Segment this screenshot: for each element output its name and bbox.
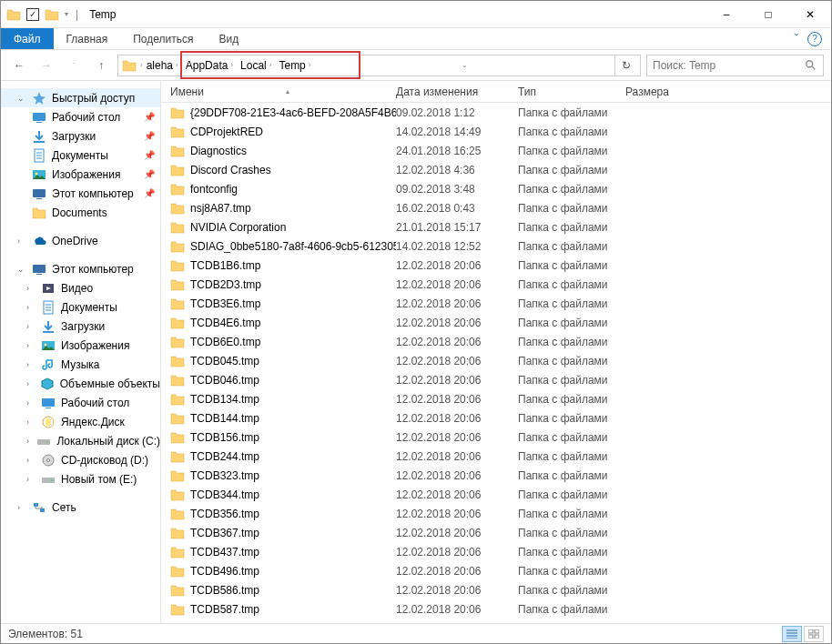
- file-row[interactable]: SDIAG_0bbe5180-7a8f-4606-9cb5-612305...1…: [161, 236, 831, 256]
- chevron-down-icon[interactable]: ⌄: [17, 265, 26, 274]
- file-row[interactable]: fontconfig09.02.2018 3:48Папка с файлами: [161, 179, 831, 198]
- minimize-button[interactable]: –: [705, 1, 747, 28]
- address-bar[interactable]: › aleha› AppData› Local› Temp› ⌄ ↻: [117, 55, 641, 76]
- sidebar-quick-access[interactable]: ⌄ Быстрый доступ: [1, 88, 160, 107]
- ribbon-tab-home[interactable]: Главная: [54, 28, 121, 49]
- chevron-right-icon[interactable]: ›: [26, 418, 36, 427]
- sidebar-thispc-item[interactable]: ›Рабочий стол: [1, 393, 160, 412]
- col-header-date[interactable]: Дата изменения: [396, 86, 518, 98]
- file-row[interactable]: TCDB6E0.tmp12.02.2018 20:06Папка с файла…: [161, 332, 831, 351]
- file-row[interactable]: TCDB323.tmp12.02.2018 20:06Папка с файла…: [161, 466, 831, 485]
- sidebar-thispc-item[interactable]: ›Документы: [1, 297, 160, 317]
- file-row[interactable]: {29DDF708-21E3-4ac6-BEFD-208A5F4B6B...09…: [161, 103, 831, 122]
- sidebar-thispc-item[interactable]: ›Видео: [1, 278, 160, 297]
- close-button[interactable]: ✕: [789, 1, 831, 28]
- col-header-name[interactable]: Имени▴: [170, 86, 396, 98]
- sidebar-thispc-item[interactable]: ›CD-дисковод (D:): [1, 450, 160, 469]
- file-row[interactable]: CDProjektRED14.02.2018 14:49Папка с файл…: [161, 122, 831, 141]
- sidebar-network[interactable]: › Сеть: [1, 498, 160, 517]
- file-row[interactable]: Diagnostics24.01.2018 16:25Папка с файла…: [161, 141, 831, 160]
- sidebar-quick-item[interactable]: Изображения📌: [1, 165, 160, 184]
- chevron-right-icon[interactable]: ›: [26, 379, 35, 388]
- file-row[interactable]: TCDB344.tmp12.02.2018 20:06Папка с файла…: [161, 485, 831, 504]
- file-row[interactable]: TCDB046.tmp12.02.2018 20:06Папка с файла…: [161, 370, 831, 389]
- chevron-right-icon[interactable]: ›: [26, 284, 36, 293]
- sidebar-thispc-item[interactable]: ›Музыка: [1, 355, 160, 374]
- breadcrumb-seg-0[interactable]: aleha›: [143, 59, 182, 72]
- file-row[interactable]: TCDB496.tmp12.02.2018 20:06Папка с файла…: [161, 561, 831, 580]
- nav-back-button[interactable]: ←: [8, 55, 30, 76]
- col-header-size[interactable]: Размера: [625, 86, 698, 98]
- breadcrumb-seg-3[interactable]: Temp›: [275, 59, 314, 72]
- qat-folder-icon[interactable]: [45, 7, 59, 22]
- sidebar-quick-item[interactable]: Documents: [1, 203, 160, 222]
- file-row[interactable]: TCDB437.tmp12.02.2018 20:06Папка с файла…: [161, 542, 831, 561]
- file-row[interactable]: TCDB367.tmp12.02.2018 20:06Папка с файла…: [161, 523, 831, 542]
- sidebar-quick-item[interactable]: Этот компьютер📌: [1, 184, 160, 203]
- chevron-right-icon[interactable]: ›: [26, 437, 31, 446]
- chevron-right-icon[interactable]: ›: [26, 322, 36, 331]
- view-large-button[interactable]: [804, 626, 824, 642]
- nav-forward-button[interactable]: →: [36, 55, 57, 76]
- sidebar-thispc-item[interactable]: ›Новый том (E:): [1, 469, 160, 488]
- file-row[interactable]: TCDB156.tmp12.02.2018 20:06Папка с файла…: [161, 428, 831, 447]
- file-row[interactable]: TCDB3E6.tmp12.02.2018 20:06Папка с файла…: [161, 294, 831, 313]
- folder-icon: [170, 411, 185, 426]
- sidebar-quick-item[interactable]: Загрузки📌: [1, 126, 160, 146]
- ribbon-tab-share[interactable]: Поделиться: [120, 28, 206, 49]
- svg-rect-18: [808, 635, 813, 639]
- file-row[interactable]: TCDB586.tmp12.02.2018 20:06Папка с файла…: [161, 580, 831, 599]
- file-row[interactable]: TCDB2D3.tmp12.02.2018 20:06Папка с файла…: [161, 275, 831, 294]
- ribbon-expand-icon[interactable]: ˇ: [795, 33, 798, 45]
- view-details-button[interactable]: [782, 626, 802, 642]
- refresh-button[interactable]: ↻: [614, 55, 636, 75]
- file-row[interactable]: TCDB144.tmp12.02.2018 20:06Папка с файла…: [161, 408, 831, 428]
- ribbon-tab-view[interactable]: Вид: [206, 28, 251, 49]
- chevron-right-icon[interactable]: ›: [26, 456, 36, 465]
- chevron-down-icon[interactable]: ⌄: [17, 94, 26, 103]
- file-row[interactable]: Discord Crashes12.02.2018 4:36Папка с фа…: [161, 160, 831, 179]
- sidebar-thispc-item[interactable]: ›Локальный диск (C:): [1, 431, 160, 450]
- file-row[interactable]: TCDB134.tmp12.02.2018 20:06Папка с файла…: [161, 389, 831, 408]
- nav-recent-button[interactable]: ˇ: [63, 55, 85, 76]
- ribbon-tab-file[interactable]: Файл: [1, 28, 54, 49]
- col-header-type[interactable]: Тип: [518, 86, 625, 98]
- chevron-right-icon[interactable]: ›: [26, 360, 36, 369]
- sidebar-onedrive[interactable]: › OneDrive: [1, 231, 160, 250]
- breadcrumb-seg-2[interactable]: Local›: [237, 59, 275, 72]
- file-row[interactable]: NVIDIA Corporation21.01.2018 15:17Папка …: [161, 217, 831, 236]
- file-name: TCDB2D3.tmp: [190, 278, 261, 291]
- file-row[interactable]: nsj8A87.tmp16.02.2018 0:43Папка с файлам…: [161, 198, 831, 217]
- qat-checkbox-icon[interactable]: ✓: [26, 8, 39, 21]
- file-date: 14.02.2018 12:52: [396, 240, 518, 253]
- maximize-button[interactable]: □: [747, 1, 789, 28]
- file-list[interactable]: {29DDF708-21E3-4ac6-BEFD-208A5F4B6B...09…: [161, 103, 831, 623]
- chevron-right-icon[interactable]: ›: [17, 503, 26, 512]
- file-row[interactable]: TCDB356.tmp12.02.2018 20:06Папка с файла…: [161, 504, 831, 523]
- file-row[interactable]: TCDB1B6.tmp12.02.2018 20:06Папка с файла…: [161, 256, 831, 275]
- file-row[interactable]: TCDB244.tmp12.02.2018 20:06Папка с файла…: [161, 447, 831, 466]
- chevron-right-icon[interactable]: ›: [26, 398, 36, 408]
- addressbar-dropdown-icon[interactable]: ⌄: [458, 61, 472, 69]
- sidebar-thispc-item[interactable]: ›Яндекс.Диск: [1, 412, 160, 431]
- file-row[interactable]: TCDB4E6.tmp12.02.2018 20:06Папка с файла…: [161, 313, 831, 332]
- nav-up-button[interactable]: ↑: [90, 55, 112, 76]
- chevron-right-icon[interactable]: ›: [26, 475, 36, 484]
- sidebar-quick-item[interactable]: Рабочий стол📌: [1, 107, 160, 126]
- folder-icon: [170, 316, 185, 330]
- sidebar-thispc-item[interactable]: ›Изображения: [1, 336, 160, 355]
- chevron-right-icon[interactable]: ›: [26, 303, 36, 312]
- help-icon[interactable]: ?: [807, 32, 822, 46]
- sidebar-thispc-item[interactable]: ›Объемные объекты: [1, 374, 160, 393]
- file-row[interactable]: TCDB045.tmp12.02.2018 20:06Папка с файла…: [161, 351, 831, 370]
- qat-dropdown-icon[interactable]: ▾: [65, 10, 68, 18]
- sidebar-thispc[interactable]: ⌄ Этот компьютер: [1, 259, 160, 278]
- chevron-right-icon[interactable]: ›: [17, 236, 26, 246]
- search-input[interactable]: Поиск: Temp: [646, 55, 824, 76]
- sidebar-quick-item[interactable]: Документы📌: [1, 146, 160, 165]
- file-row[interactable]: TCDB587.tmp12.02.2018 20:06Папка с файла…: [161, 599, 831, 619]
- sidebar-thispc-item[interactable]: ›Загрузки: [1, 317, 160, 336]
- file-name: TCDB046.tmp: [190, 374, 259, 387]
- chevron-right-icon[interactable]: ›: [26, 341, 36, 350]
- breadcrumb-seg-1[interactable]: AppData›: [182, 59, 237, 72]
